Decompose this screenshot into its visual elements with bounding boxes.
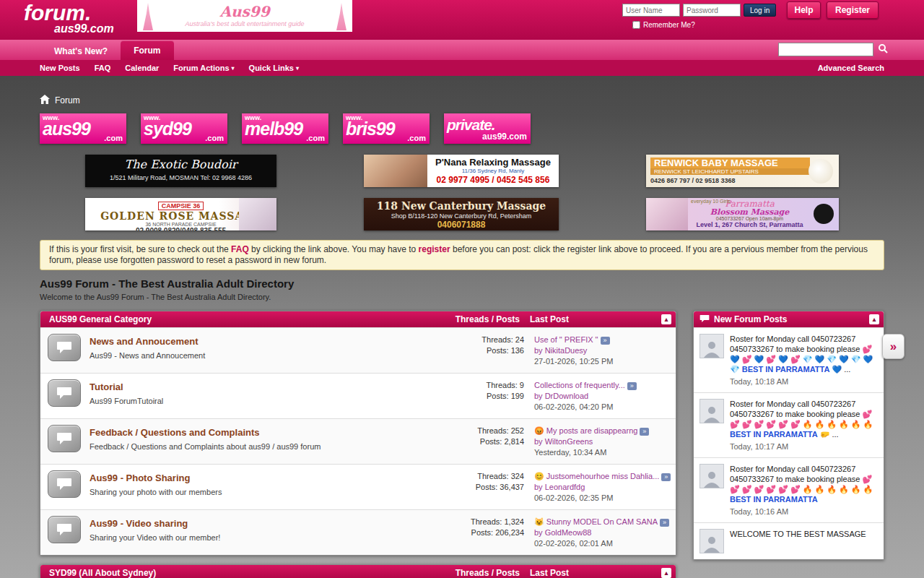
go-to-last-post-icon[interactable]: » <box>601 337 610 345</box>
go-to-last-post-icon[interactable]: » <box>661 473 671 481</box>
ad-title: P'Nana Relaxing Massage <box>427 157 559 168</box>
ad-address: Level 1, 267 Church St, Parramatta <box>691 221 808 228</box>
register-link[interactable]: register <box>419 244 450 254</box>
banner-name: aus99 <box>43 118 90 139</box>
banner-tld: .com <box>104 134 123 142</box>
go-to-last-post-icon[interactable]: » <box>660 519 669 527</box>
post-highlight[interactable]: BEST IN PARRAMATTA <box>742 365 830 374</box>
last-post-link[interactable]: Stunny MODEL On CAM SANA <box>546 517 658 526</box>
nav-calendar[interactable]: Calendar <box>125 64 159 72</box>
forum-icon <box>48 379 81 407</box>
forum-icon <box>48 425 81 452</box>
ad-logo <box>814 204 834 224</box>
forum-title-link[interactable]: Feedback / Questions and Complaints <box>90 427 260 438</box>
post-highlight[interactable]: BEST IN PARRAMATTA <box>730 495 818 504</box>
sidebar-post: Roster for Monday call 0450723267 045073… <box>694 392 884 457</box>
go-to-last-post-icon[interactable]: » <box>627 382 637 390</box>
password-input[interactable] <box>683 4 741 17</box>
post-highlight[interactable]: BEST IN PARRAMATTA <box>730 430 818 439</box>
sidebar-header: New Forum Posts ▴ <box>694 311 884 327</box>
avatar[interactable] <box>699 334 724 358</box>
ad-exotic-boudoir[interactable]: The Exotic Boudoir 1/521 Military Road, … <box>85 155 276 187</box>
last-post-link[interactable]: Collections of frequently... <box>534 381 625 389</box>
remember-checkbox[interactable] <box>632 21 640 29</box>
username-input[interactable] <box>622 4 680 17</box>
banner-sub: aus99.com <box>482 131 527 142</box>
forum-title-link[interactable]: Aus99 - Photo Sharing <box>90 473 190 483</box>
avatar[interactable] <box>699 399 724 423</box>
tab-forum[interactable]: Forum <box>121 40 173 60</box>
last-post-cell: 😺 Stunny MODEL On CAM SANA» by GoldMeow8… <box>524 516 671 549</box>
last-post-date: Yesterday, 10:34 AM <box>534 447 671 458</box>
breadcrumb-forum[interactable]: Forum <box>55 95 80 105</box>
header-ad-banner[interactable]: Aus99 Australia's best adult entertainme… <box>137 0 352 32</box>
banner-private-aus99[interactable]: private. aus99.com <box>444 113 531 144</box>
banner-tld: .com <box>407 134 426 142</box>
avatar[interactable] <box>699 529 724 553</box>
forum-description: Feedback / Questions and Complaints abou… <box>90 442 439 451</box>
last-post-author[interactable]: by GoldMeow88 <box>534 527 671 538</box>
tower-graphic-right <box>336 3 346 30</box>
home-icon[interactable] <box>40 95 50 106</box>
nav-new-posts[interactable]: New Posts <box>40 64 80 72</box>
notice-text: If this is your first visit, be sure to … <box>49 244 231 254</box>
last-post-author[interactable]: by DrDownload <box>534 391 671 402</box>
avatar[interactable] <box>699 464 724 488</box>
sub-navigation: New Posts FAQ Calendar Forum Actions▾ Qu… <box>0 60 924 76</box>
banner-bris99[interactable]: www. bris99 .com <box>343 113 430 144</box>
ad-parramatta-blossom-massage[interactable]: everyday 10 Girls Parramatta Blossom Mas… <box>646 198 839 230</box>
last-post-link[interactable]: Justsomehourhoe miss Dahlia... <box>546 472 660 480</box>
last-post-link[interactable]: Use of " PREFIX " <box>534 335 598 344</box>
last-post-date: 27-01-2026, 10:25 PM <box>534 356 671 367</box>
collapse-button[interactable]: ▴ <box>661 568 671 578</box>
forum-icon <box>48 470 81 498</box>
post-link[interactable]: Roster for Monday call 0450723267 045073… <box>730 400 873 428</box>
nav-forum-actions[interactable]: Forum Actions▾ <box>173 64 234 72</box>
forum-stats: Threads: 9 Posts: 199 <box>439 379 524 413</box>
ad-renwick-massage[interactable]: RENWICK BABY MASSAGE RENWICK ST LEICHHAR… <box>646 155 839 187</box>
faq-link[interactable]: FAQ <box>231 244 249 254</box>
banner-aus99[interactable]: www. aus99 .com <box>40 113 126 144</box>
last-post-date: 06-02-2026, 04:20 PM <box>534 402 671 413</box>
ad-pnana-massage[interactable]: P'Nana Relaxing Massage 11/36 Sydney Rd,… <box>364 155 559 187</box>
forum-title-link[interactable]: News and Annoucement <box>90 336 198 347</box>
ad-photo <box>646 198 688 230</box>
ad-118-canterbury-massage[interactable]: 118 New Canterbury Massage Shop B/118-12… <box>364 198 559 230</box>
nav-quick-links-label: Quick Links <box>249 64 294 72</box>
ad-photo <box>239 198 276 230</box>
last-post-author[interactable]: by Leonardfdg <box>534 482 671 493</box>
nav-advanced-search[interactable]: Advanced Search <box>818 64 884 72</box>
nav-faq[interactable]: FAQ <box>95 64 111 72</box>
last-post-author[interactable]: by WiltonGreens <box>534 436 671 447</box>
login-button[interactable]: Log in <box>744 4 776 17</box>
posts-count: Posts: 2,814 <box>439 436 524 447</box>
banner-syd99[interactable]: www. syd99 .com <box>141 113 227 144</box>
post-time: Today, 10:16 AM <box>730 506 878 517</box>
forum-icon <box>48 516 81 543</box>
register-button[interactable]: Register <box>827 1 879 19</box>
go-to-last-post-icon[interactable]: » <box>640 428 649 436</box>
banner-melb99[interactable]: www. melb99 .com <box>242 113 328 144</box>
column-threads-posts: Threads / Posts <box>435 568 520 578</box>
forum-title-link[interactable]: Aus99 - Video sharing <box>90 518 188 529</box>
last-post-author[interactable]: by NikitaDuesy <box>534 345 671 356</box>
collapse-button[interactable]: ▴ <box>869 314 879 324</box>
help-button[interactable]: Help <box>787 1 821 19</box>
ad-phone: 0450733267 Open 10am-8pm <box>691 216 808 221</box>
post-link[interactable]: Roster for Monday call 0450723267 045073… <box>730 465 873 493</box>
ad-address: 1/521 Military Road, MOSMAN Tel: 02 9968… <box>85 174 276 181</box>
search-button[interactable] <box>873 43 892 56</box>
post-link[interactable]: WELCOME TO THE BEST MASSAGE <box>730 530 866 538</box>
tab-whats-new[interactable]: What's New? <box>41 42 121 60</box>
sidebar-slide-handle[interactable]: » <box>882 334 905 359</box>
category-title: SYD99 (All About Sydney) <box>49 568 435 578</box>
forum-title-link[interactable]: Tutorial <box>90 381 123 392</box>
site-logo[interactable]: forum. aus99.com <box>24 2 114 35</box>
search-input[interactable] <box>778 43 873 56</box>
last-post-link[interactable]: My posts are disappearng <box>546 426 638 435</box>
main-content: AUS99 General Category Threads / Posts L… <box>40 311 884 578</box>
ad-golden-rose-massage[interactable]: CAMPSIE 36 GOLDEN ROSE MASSAGE 36 NORTH … <box>85 198 276 230</box>
collapse-button[interactable]: ▴ <box>661 314 671 324</box>
nav-quick-links[interactable]: Quick Links▾ <box>249 64 299 72</box>
search-icon <box>878 43 888 56</box>
